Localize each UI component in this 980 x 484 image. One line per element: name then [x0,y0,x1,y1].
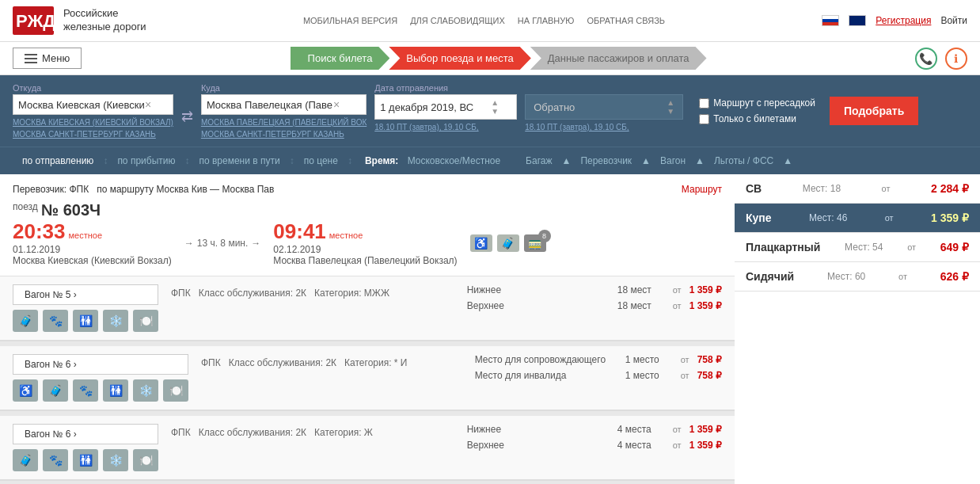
wagon-icon-0-0: 🧳 [13,310,38,332]
sort-price[interactable]: по цене [294,152,348,170]
to-input[interactable] [207,99,333,111]
wagon-section-2: Вагон № 6 › 🧳🐾🚻❄️🍽️ ФПК Класс обслуживан… [0,416,735,484]
sort-arrival[interactable]: по прибытию [108,152,184,170]
to-hints[interactable]: МОСКВА ПАВЕЛЕЦКАЯ (ПАВЕЛЕЦКИЙ ВОК [201,118,367,127]
wagon-btn-2[interactable]: Вагон № 6 › [13,424,158,444]
main-content: Перевозчик: ФПК по маршруту Москва Кив —… [0,174,980,484]
flag-ru[interactable] [822,15,839,26]
to-field: Куда × МОСКВА ПАВЕЛЕЦКАЯ (ПАВЕЛЕЦКИЙ ВОК… [201,83,367,139]
seat-from-2: от [907,242,916,252]
logo-text: Российские железные дороги [63,7,146,34]
from-hints[interactable]: МОСКВА КИЕВСКАЯ (КИЕВСКИЙ ВОКЗАЛ) [13,118,173,127]
sort-departure[interactable]: по отправлению [13,152,103,170]
seat-class-name-1: Купе [746,212,772,224]
seat-from-0: от [882,184,891,193]
from-input[interactable] [18,99,145,111]
info-icon[interactable]: ℹ [945,48,967,70]
wagon-list: Вагон № 5 › 🧳🐾🚻❄️🍽️ ФПК Класс обслуживан… [0,276,735,484]
searchbar: Откуда × МОСКВА КИЕВСКАЯ (КИЕВСКИЙ ВОКЗА… [0,75,980,147]
seat-class-3[interactable]: Сидячий Мест: 60 от 626 ₽ [735,262,980,292]
seat-price-2-1: 1 359 ₽ [689,440,722,451]
date-hints[interactable]: 18.10 ПТ (завтра), 19.10 СБ, [374,123,517,131]
sort-carrier[interactable]: Перевозчик [571,152,641,170]
time-moscow-link[interactable]: Московское [408,155,460,166]
flag-en[interactable] [849,15,866,26]
wagon-icon-0-2: 🚻 [73,310,98,332]
wagon-btn-0[interactable]: Вагон № 5 › [13,284,158,305]
wagon-icons-2: 🧳🐾🚻❄️🍽️ [13,449,158,471]
step-select[interactable]: Выбор поезда и места [389,47,530,70]
to-hints2[interactable]: МОСКВА САНКТ-ПЕТЕРБУРГ КАЗАНЬ [201,130,367,139]
sort-benefits[interactable]: Льготы / ФСС [705,152,783,170]
arrive-block: 09:41 местное 02.12.2019 Москва Павелецк… [273,219,457,266]
return-hints[interactable]: 18.10 ПТ (завтра), 19.10 СБ, [525,123,683,131]
return-label [525,83,683,93]
wagon-badge: 8 [538,230,551,242]
seat-from-1: от [885,213,894,223]
header-nav: МОБИЛЬНАЯ ВЕРСИЯ ДЛЯ СЛАБОВИДЯЩИХ НА ГЛА… [303,16,665,25]
seat-type-1-1: Место для инвалида [475,370,617,381]
seat-type-2-1: Верхнее [467,440,610,451]
seat-info-1: Мест: 46 [809,212,847,223]
wagon-icon-0-4: 🍽️ [133,310,158,332]
search-button[interactable]: Подобрать [830,97,918,125]
date-arrows[interactable]: ▲▼ [491,98,499,116]
seat-type-1-0: Место для сопровождающего [475,354,617,365]
rzd-logo: РЖД [13,6,54,35]
from-label: Откуда [13,83,173,93]
duration-block: → 13 ч. 8 мин. → [184,238,261,249]
wagon-icon-0-1: 🐾 [43,310,68,332]
route-link[interactable]: Маршрут [682,184,722,195]
wagon-section-0: Вагон № 5 › 🧳🐾🚻❄️🍽️ ФПК Класс обслуживан… [0,276,735,346]
checkbox-tickets[interactable] [699,114,709,124]
date-input-wrap: ▲▼ [374,94,517,120]
seat-from-text-0-0: от [673,285,682,295]
wagon-icons-0: 🧳🐾🚻❄️🍽️ [13,310,158,332]
date-input[interactable] [380,101,491,113]
login-link[interactable]: Войти [940,15,967,26]
seat-class-name-2: Плацкартный [746,241,820,253]
menu-button[interactable]: Меню [13,48,82,69]
seat-from-text-2-0: от [673,425,682,434]
depart-local-label: местное [69,231,103,240]
wagon-count-icon: 🚃 8 [524,234,546,252]
arrive-station: Москва Павелецкая (Павелецкий Вокзал) [273,255,457,266]
seat-class-2[interactable]: Плацкартный Мест: 54 от 649 ₽ [735,233,980,262]
nav-home[interactable]: НА ГЛАВНУЮ [518,16,575,25]
train-carrier: Перевозчик: ФПК по маршруту Москва Кив —… [13,184,274,195]
nav-mobile[interactable]: МОБИЛЬНАЯ ВЕРСИЯ [303,16,397,25]
step-search[interactable]: Поиск билета [291,47,390,70]
sort-baggage[interactable]: Багаж [516,152,561,170]
register-link[interactable]: Регистрация [876,15,931,26]
seat-panel: СВ Мест: 18 от 2 284 ₽ Купе Мест: 46 от … [735,174,980,484]
seat-info-2: Мест: 54 [845,242,883,253]
train-number-row: поезд № 603Ч [13,201,722,219]
seat-class-1[interactable]: Купе Мест: 46 от 1 359 ₽ [735,204,980,233]
checkbox-transfer-label: Маршрут с пересадкой [713,97,815,109]
checkbox-transfer[interactable] [699,98,709,109]
from-field: Откуда × МОСКВА КИЕВСКАЯ (КИЕВСКИЙ ВОКЗА… [13,83,173,139]
to-clear-button[interactable]: × [333,98,340,111]
from-clear-button[interactable]: × [145,98,151,111]
return-arrows[interactable]: ▲▼ [667,98,674,116]
time-local-link[interactable]: Местное [462,155,500,166]
wagon-icon-2-4: 🍽️ [133,449,158,471]
swap-directions-button[interactable]: ⇄ [181,108,193,125]
seat-info-3: Мест: 60 [827,271,865,282]
seat-type-2-0: Нижнее [467,424,610,435]
wagon-btn-1[interactable]: Вагон № 6 › [13,354,188,375]
step-payment[interactable]: Данные пассажиров и оплата [530,47,707,70]
nav-feedback[interactable]: ОБРАТНАЯ СВЯЗЬ [587,16,665,25]
return-input[interactable]: Обратно ▲▼ [525,94,683,120]
checkbox-tickets-label: Только с билетами [713,113,796,124]
from-hints2[interactable]: МОСКВА САНКТ-ПЕТЕРБУРГ КАЗАНЬ [13,130,173,139]
sort-duration[interactable]: по времени в пути [189,152,289,170]
nav-accessibility[interactable]: ДЛЯ СЛАБОВИДЯЩИХ [410,16,505,25]
wagon-icon-1-4: ❄️ [133,379,158,402]
arrive-time: 09:41 [273,219,326,244]
train-number-prefix: поезд [13,201,38,212]
sort-wagon[interactable]: Вагон [651,152,695,170]
phone-icon[interactable]: 📞 [915,48,937,70]
to-input-wrap: × [201,94,367,115]
seat-class-0[interactable]: СВ Мест: 18 от 2 284 ₽ [735,174,980,204]
